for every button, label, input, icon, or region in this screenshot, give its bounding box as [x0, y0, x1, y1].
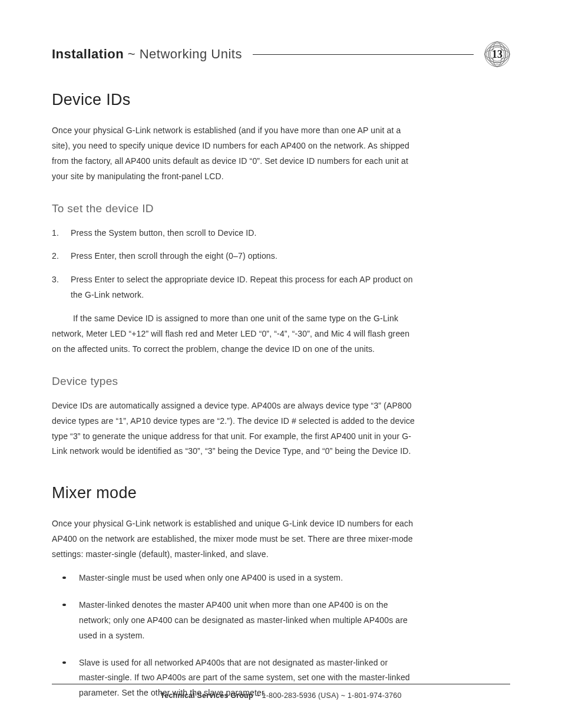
page-footer: Technical Services Group ~ 1-800-283-593… — [52, 684, 510, 700]
list-item: Master-single must be used when only one… — [52, 571, 417, 586]
mixer-mode-bullets: Master-single must be used when only one… — [52, 571, 417, 701]
step-number: 2. — [52, 249, 62, 264]
list-item: 1.Press the System button, then scroll t… — [52, 226, 417, 241]
footer-rest: ~ 1-800-283-5936 (USA) ~ 1-801-974-3760 — [253, 691, 402, 700]
device-ids-intro: Once your physical G-Link network is est… — [52, 123, 417, 185]
footer-label: Technical Services Group — [160, 691, 253, 700]
list-item: 2.Press Enter, then scroll through the e… — [52, 249, 417, 264]
header-title-rest: Networking Units — [140, 47, 242, 61]
header-rule — [253, 54, 474, 55]
bullet-icon — [62, 577, 66, 579]
header-title: Installation ~ Networking Units — [52, 47, 242, 62]
device-types-body: Device IDs are automatically assigned a … — [52, 398, 417, 460]
bullet-icon — [62, 604, 66, 606]
heading-device-types: Device types — [52, 375, 510, 388]
bullet-text: Master-linked denotes the master AP400 u… — [79, 598, 417, 644]
page-header: Installation ~ Networking Units — [52, 41, 510, 67]
list-item: Master-linked denotes the master AP400 u… — [52, 598, 417, 644]
page-number: 13 — [492, 48, 503, 60]
list-item: 3.Press Enter to select the appropriate … — [52, 272, 417, 303]
step-text: Press Enter, then scroll through the eig… — [71, 249, 277, 264]
device-id-conflict-note: If the same Device ID is assigned to mor… — [52, 311, 417, 357]
header-title-strong: Installation — [52, 47, 124, 61]
header-title-sep: ~ — [124, 47, 140, 61]
heading-mixer-mode: Mixer mode — [52, 484, 510, 502]
step-number: 3. — [52, 272, 62, 303]
step-number: 1. — [52, 226, 62, 241]
set-device-id-steps: 1.Press the System button, then scroll t… — [52, 226, 417, 304]
bullet-icon — [62, 661, 66, 664]
step-text: Press the System button, then scroll to … — [71, 226, 257, 241]
step-text: Press Enter to select the appropriate de… — [71, 272, 417, 303]
page: Installation ~ Networking Units — [0, 0, 562, 728]
bullet-text: Master-single must be used when only one… — [79, 571, 343, 586]
page-number-badge-icon: 13 — [484, 41, 510, 67]
heading-set-device-id: To set the device ID — [52, 202, 510, 215]
mixer-mode-intro: Once your physical G-Link network is est… — [52, 516, 417, 562]
heading-device-ids: Device IDs — [52, 91, 510, 109]
